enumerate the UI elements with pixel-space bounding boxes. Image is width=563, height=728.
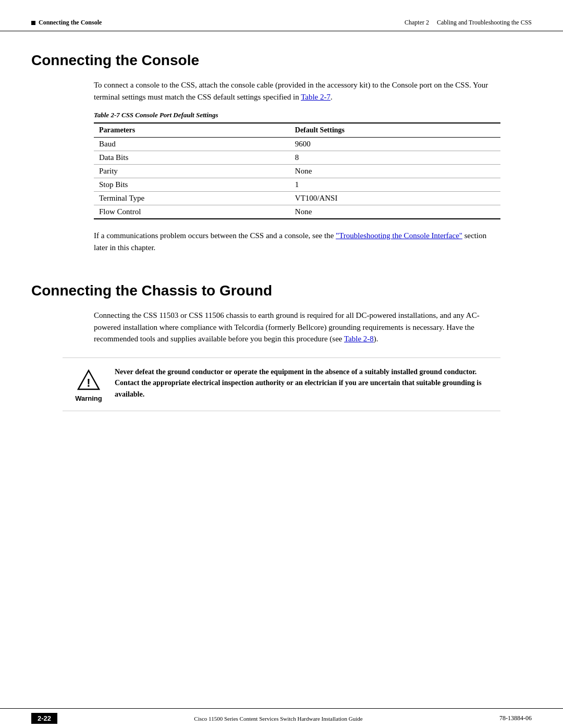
page-header: Connecting the Console Chapter 2 Cabling… (0, 0, 563, 31)
cell-value: None (290, 165, 500, 178)
page-number: 2-22 (31, 713, 57, 724)
cell-parameter: Terminal Type (94, 192, 290, 205)
cell-parameter: Stop Bits (94, 178, 290, 192)
table-row: Baud9600 (94, 138, 500, 151)
table-row: Stop Bits1 (94, 178, 500, 192)
cell-value: VT100/ANSI (290, 192, 500, 205)
section2-text-before-link: Connecting the CSS 11503 or CSS 11506 ch… (94, 311, 480, 343)
intro-text-before-link: To connect a console to the CSS, attach … (94, 81, 488, 101)
header-chapter: Chapter 2 (405, 19, 429, 26)
css-console-table: Parameters Default Settings Baud9600Data… (94, 122, 500, 219)
cell-value: 9600 (290, 138, 500, 151)
followup-before-link: If a communications problem occurs betwe… (94, 231, 336, 240)
intro-text-after-link: . (331, 93, 333, 101)
warning-box: ! Warning Never defeat the ground conduc… (63, 357, 500, 411)
section1-intro: To connect a console to the CSS, attach … (94, 79, 500, 103)
warning-triangle-icon: ! (77, 368, 100, 391)
cell-value: 1 (290, 178, 500, 192)
header-left: Connecting the Console (31, 19, 102, 27)
table-row: Data Bits8 (94, 151, 500, 165)
header-square-icon (31, 21, 35, 25)
table2-8-link[interactable]: Table 2-8 (344, 335, 374, 343)
table-caption: Table 2-7 CSS Console Port Default Setti… (94, 111, 500, 119)
page-footer: 2-22 Cisco 11500 Series Content Services… (0, 708, 563, 728)
cell-parameter: Baud (94, 138, 290, 151)
cell-value: 8 (290, 151, 500, 165)
cell-parameter: Flow Control (94, 205, 290, 219)
table-container: Table 2-7 CSS Console Port Default Setti… (94, 111, 500, 219)
col-header-parameters: Parameters (94, 123, 290, 138)
col-header-default-settings: Default Settings (290, 123, 500, 138)
table-row: Terminal TypeVT100/ANSI (94, 192, 500, 205)
header-section-label: Connecting the Console (39, 19, 102, 27)
table2-7-link[interactable]: Table 2-7 (301, 93, 331, 101)
warning-label: Warning (75, 394, 102, 402)
cell-value: None (290, 205, 500, 219)
table-header-row: Parameters Default Settings (94, 123, 500, 138)
table-body: Baud9600Data Bits8ParityNoneStop Bits1Te… (94, 138, 500, 219)
table-row: ParityNone (94, 165, 500, 178)
footer-center-text: Cisco 11500 Series Content Services Swit… (57, 715, 499, 722)
section-spacer (31, 262, 532, 277)
section2-title: Connecting the Chassis to Ground (31, 282, 532, 299)
page-container: Connecting the Console Chapter 2 Cabling… (0, 0, 563, 728)
svg-text:!: ! (87, 376, 90, 389)
table-row: Flow ControlNone (94, 205, 500, 219)
section1-followup: If a communications problem occurs betwe… (94, 230, 500, 253)
troubleshoot-link[interactable]: "Troubleshooting the Console Interface" (336, 231, 462, 240)
header-chapter-title: Cabling and Troubleshooting the CSS (437, 19, 532, 26)
footer-doc-number: 78-13884-06 (499, 714, 532, 722)
main-content: Connecting the Console To connect a cons… (0, 31, 563, 455)
header-right: Chapter 2 Cabling and Troubleshooting th… (405, 19, 532, 27)
section1-title: Connecting the Console (31, 52, 532, 69)
cell-parameter: Parity (94, 165, 290, 178)
section2-text-after-link: ). (374, 335, 378, 343)
section2-body: Connecting the CSS 11503 or CSS 11506 ch… (94, 310, 500, 345)
warning-text: Never defeat the ground conductor or ope… (115, 366, 500, 400)
warning-icon-area: ! Warning (63, 366, 115, 402)
cell-parameter: Data Bits (94, 151, 290, 165)
